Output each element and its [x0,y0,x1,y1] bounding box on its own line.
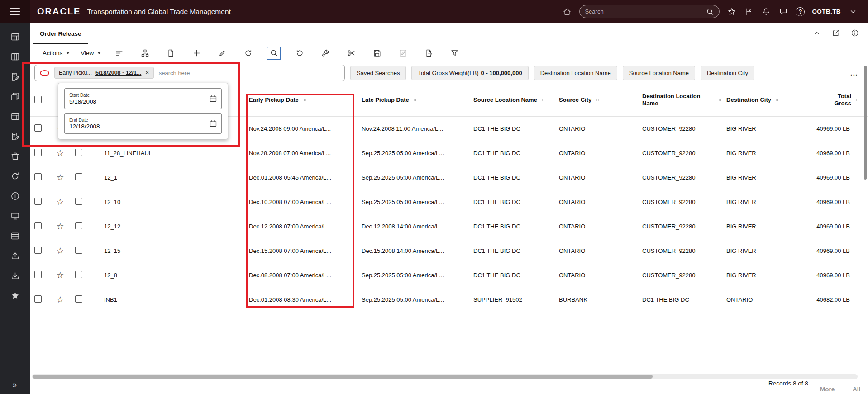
saved-searches-button[interactable]: Saved Searches [350,66,406,80]
info-icon[interactable] [5,186,25,206]
sort-icon[interactable] [541,97,546,103]
info-icon[interactable] [851,29,860,38]
column-header-dst-city[interactable]: Destination City [725,84,811,116]
monitor-icon[interactable] [5,206,25,226]
favorites-star-icon[interactable] [727,7,737,17]
row-checkbox-secondary[interactable] [75,271,82,278]
favorite-star-icon[interactable]: ☆ [56,271,64,280]
sort-icon[interactable] [302,97,307,103]
add-record-icon[interactable] [189,47,204,60]
workbench-grid-icon[interactable] [5,27,25,47]
view-menu-button[interactable]: View [75,47,106,59]
refresh-icon[interactable] [292,47,307,60]
start-date-value[interactable]: 5/18/2008 [69,98,217,105]
edit-record-icon[interactable] [215,47,229,60]
row-checkbox[interactable] [34,271,42,278]
favorites-icon[interactable] [5,285,25,305]
more-records-link[interactable]: More [820,386,835,393]
home-icon[interactable] [562,7,572,17]
row-checkbox[interactable] [34,149,42,156]
sort-icon[interactable] [413,97,418,103]
sidebar-expand-button[interactable]: » [0,380,30,389]
favorite-star-icon[interactable]: ☆ [56,173,64,182]
table-row[interactable]: ☆12_8Dec.08.2008 07:00 America/L...Sep.2… [30,263,868,287]
filter-pill-source-location-name[interactable]: Source Location Name [623,66,695,80]
row-checkbox-secondary[interactable] [75,222,82,229]
gross-weight-filter-pill[interactable]: Total Gross Weight(LB) 0 - 100,000,000 [411,66,528,80]
horizontal-scrollbar-thumb[interactable] [33,375,653,379]
table-view-icon[interactable] [5,106,25,126]
hierarchy-view-icon[interactable] [138,47,152,60]
user-menu[interactable]: OOTB.TB [812,8,841,15]
notifications-bell-icon[interactable] [761,7,771,17]
favorite-star-icon[interactable]: ☆ [56,295,64,304]
row-checkbox-secondary[interactable] [75,247,82,254]
calendar-icon[interactable] [209,95,217,103]
table-row[interactable]: ☆12_10Dec.10.2008 07:00 America/L...Sep.… [30,190,868,214]
user-menu-chevron-icon[interactable] [848,7,858,17]
favorite-star-icon[interactable]: ☆ [56,246,64,256]
row-checkbox[interactable] [34,198,42,205]
row-checkbox-secondary[interactable] [75,295,82,303]
column-header-src-loc[interactable]: Source Location Name [472,84,557,116]
select-all-checkbox[interactable] [34,96,42,103]
column-header-src-city[interactable]: Source City [557,84,640,116]
row-checkbox[interactable] [34,295,42,303]
compose-document-icon[interactable] [5,126,25,146]
delete-icon[interactable] [5,146,25,166]
filter-pill-destination-city[interactable]: Destination City [701,66,754,80]
filter-icon[interactable] [447,47,462,60]
cut-icon[interactable] [344,47,358,60]
row-checkbox[interactable] [34,247,42,254]
favorite-star-icon[interactable]: ☆ [56,197,64,207]
end-date-field[interactable]: End Date 12/18/2008 [64,113,222,134]
export-icon[interactable] [421,47,436,60]
row-checkbox[interactable] [34,222,42,229]
reload-icon[interactable] [241,47,255,60]
tab-order-release[interactable]: Order Release [33,23,88,44]
column-header-late[interactable]: Late Pickup Date [360,84,472,116]
refresh-icon[interactable] [5,166,25,186]
copy-pages-icon[interactable] [5,86,25,106]
flag-icon[interactable] [744,7,754,17]
column-header-dst-loc[interactable]: Destination Location Name [640,84,725,116]
table-row[interactable]: ☆11_28_LINEHAULNov.28.2008 07:00 America… [30,141,868,165]
sort-icon[interactable] [718,97,723,103]
collapse-panel-icon[interactable] [813,29,822,38]
column-header-early[interactable]: Early Pickup Date [247,84,360,116]
table-row[interactable]: ☆12_15Dec.15.2008 07:00 America/L...Dec.… [30,238,868,263]
table-row[interactable]: ☆12_1Dec.01.2008 05:45 America/L...Sep.2… [30,165,868,190]
horizontal-scrollbar[interactable] [32,374,858,379]
early-pickup-date-filter-chip[interactable]: Early Picku... 5/18/2008 - 12/1... × [54,67,154,79]
sort-icon[interactable] [775,97,780,103]
vertical-scrollbar-thumb[interactable] [864,66,867,180]
favorite-star-icon[interactable]: ☆ [56,222,64,231]
layout-columns-icon[interactable] [5,47,25,66]
remove-filter-icon[interactable]: × [145,69,149,76]
sort-columns-icon[interactable] [112,47,126,60]
edit-document-icon[interactable] [5,66,25,86]
open-in-new-window-icon[interactable] [832,29,841,38]
save-icon[interactable] [370,47,384,60]
row-checkbox-secondary[interactable] [75,173,82,180]
row-checkbox-secondary[interactable] [75,149,82,156]
global-search[interactable] [579,5,720,18]
new-document-icon[interactable] [163,47,178,60]
sort-icon[interactable] [595,97,600,103]
download-icon[interactable] [5,266,25,285]
sort-icon[interactable] [855,97,860,103]
actions-menu-button[interactable]: Actions [37,47,75,59]
tools-icon[interactable] [318,47,333,60]
hamburger-menu-button[interactable] [0,0,30,23]
global-search-input[interactable] [585,8,706,15]
upload-icon[interactable] [5,246,25,266]
favorite-star-icon[interactable]: ☆ [56,148,64,158]
search-icon[interactable] [267,47,281,60]
help-icon[interactable]: ? [796,7,805,16]
table-row[interactable]: ☆12_12Dec.12.2008 07:00 America/L...Dec.… [30,214,868,238]
row-checkbox[interactable] [34,173,42,180]
end-date-value[interactable]: 12/18/2008 [69,123,217,130]
all-records-link[interactable]: All [853,386,860,393]
calendar-icon[interactable] [209,119,217,128]
filter-chip-value[interactable]: 5/18/2008 - 12/1... [95,70,141,76]
